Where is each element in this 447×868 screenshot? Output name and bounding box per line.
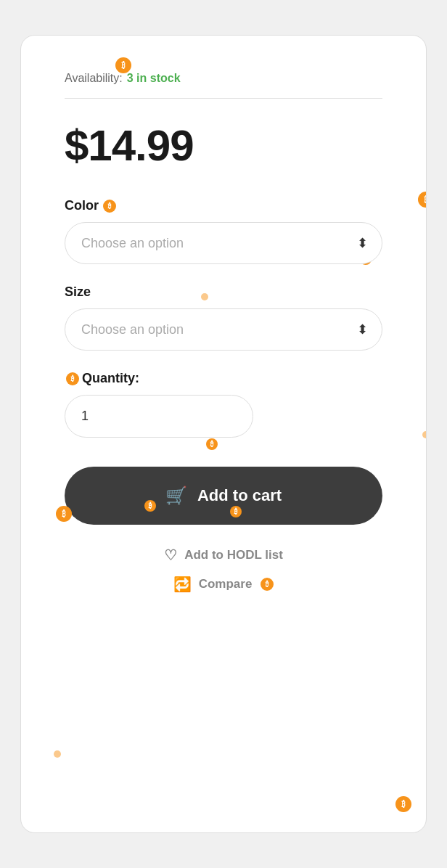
cart-icon: 🛒 <box>165 486 187 506</box>
color-select[interactable]: Choose an option <box>65 222 382 264</box>
color-field-group: Color ₿ Choose an option ⬍ <box>65 198 382 264</box>
btc-float-1: ₿ <box>115 57 131 73</box>
availability-label: Availability: <box>65 72 123 85</box>
add-to-hodl-label: Add to HODL list <box>184 548 283 562</box>
quantity-field-group: ₿ Quantity: <box>65 371 382 438</box>
btc-float-7: ₿ <box>395 796 411 812</box>
btc-dot-1 <box>201 293 208 300</box>
add-to-cart-button[interactable]: 🛒 Add to cart <box>65 467 382 525</box>
color-btc-icon: ₿ <box>103 200 116 213</box>
size-label: Size <box>65 284 382 300</box>
btc-float-5: ₿ <box>144 500 156 512</box>
btc-float-edge: ₿ <box>418 192 427 208</box>
heart-icon: ♡ <box>164 546 177 564</box>
compare-icon: 🔁 <box>173 576 192 593</box>
size-select[interactable]: Choose an option <box>65 308 382 351</box>
btc-dot-2 <box>422 431 427 438</box>
btc-dot-3 <box>54 750 61 758</box>
btc-float-8: ₿ <box>56 506 72 522</box>
btc-float-4: ₿ <box>206 438 218 450</box>
secondary-actions: ♡ Add to HODL list 🔁 Compare ₿ <box>65 546 382 593</box>
size-select-wrapper: Choose an option ⬍ <box>65 308 382 351</box>
compare-label: Compare <box>199 577 253 591</box>
quantity-btc-icon: ₿ <box>66 372 79 385</box>
price-display: $14.99 <box>65 120 382 171</box>
color-label: Color ₿ <box>65 198 382 213</box>
color-select-wrapper: Choose an option ⬍ <box>65 222 382 264</box>
product-card: ₿ ₿ ₿ ₿ ₿ ₿ ₿ ₿ ₿ Availability: 3 in sto… <box>20 35 427 833</box>
btc-float-6: ₿ <box>230 506 242 517</box>
quantity-label: ₿ Quantity: <box>65 371 382 386</box>
availability-row: Availability: 3 in stock <box>65 72 382 85</box>
add-to-cart-label: Add to cart <box>197 486 282 505</box>
add-to-hodl-button[interactable]: ♡ Add to HODL list <box>164 546 283 564</box>
divider <box>65 98 382 99</box>
quantity-input[interactable] <box>65 395 253 438</box>
availability-value: 3 in stock <box>127 72 181 85</box>
compare-btc-icon: ₿ <box>261 578 274 591</box>
size-field-group: Size Choose an option ⬍ <box>65 284 382 351</box>
compare-button[interactable]: 🔁 Compare ₿ <box>173 576 274 593</box>
